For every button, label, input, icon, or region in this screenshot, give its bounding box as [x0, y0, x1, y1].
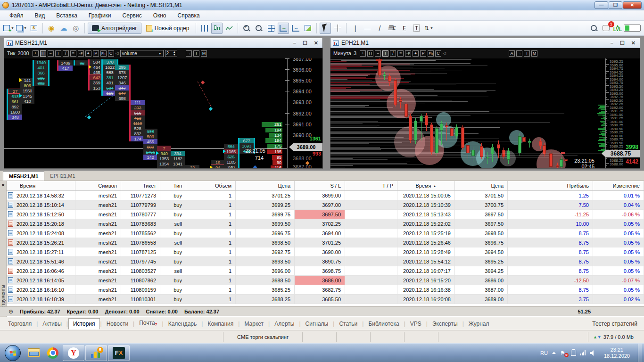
- panel-slider-track[interactable]: [341, 60, 436, 61]
- table-row[interactable]: 2020.12.18 16:18:39mesh21110810301buy136…: [7, 295, 644, 304]
- network-icon[interactable]: [580, 350, 586, 355]
- column-header-2[interactable]: Тикет: [121, 181, 160, 190]
- table-row[interactable]: 2020.12.18 16:16:10mesh21110809159buy136…: [7, 285, 644, 295]
- signal-icon[interactable]: ◎: [70, 23, 82, 34]
- crosshair-button[interactable]: [332, 23, 343, 34]
- panel-button-●[interactable]: ●: [413, 50, 419, 57]
- taskbar-yandex-button[interactable]: Y: [63, 345, 84, 361]
- deposit-icon[interactable]: ◉: [46, 23, 57, 34]
- taskbar-explorer-button[interactable]: [25, 345, 43, 361]
- menu-item-Файл[interactable]: Файл: [4, 11, 29, 20]
- column-header-9[interactable]: Цена: [455, 181, 508, 190]
- clock[interactable]: 23:21 18.12.2020: [600, 347, 634, 359]
- panel-button-≡F[interactable]: ≡F: [78, 50, 84, 57]
- menu-item-Вставка[interactable]: Вставка: [50, 11, 83, 20]
- column-header-7[interactable]: T / P: [345, 181, 397, 190]
- panel-button-C[interactable]: C: [435, 50, 441, 57]
- trendline-button[interactable]: /: [374, 23, 385, 34]
- toolbox-tab-Новости[interactable]: Новости: [102, 319, 132, 329]
- taskbar-metatrader-button[interactable]: 5: [85, 345, 107, 361]
- column-header-11[interactable]: Изменение: [593, 181, 644, 190]
- text-label-button[interactable]: T: [411, 23, 422, 34]
- column-header-4[interactable]: Объем: [186, 181, 236, 190]
- table-row[interactable]: 2020.12.18 15:20:18mesh21110783683sell13…: [7, 219, 644, 229]
- zoom-out-button[interactable]: −: [253, 23, 264, 34]
- cloud-icon[interactable]: ☁: [58, 23, 69, 34]
- tray-expand-icon[interactable]: [552, 352, 556, 354]
- data-window-button[interactable]: $: [28, 23, 40, 34]
- toolbox-close-icon[interactable]: ✕: [0, 182, 6, 188]
- language-indicator[interactable]: RU: [540, 350, 548, 356]
- fibo-button[interactable]: 𝄚E: [386, 23, 397, 34]
- panel-button-I[interactable]: I: [193, 50, 199, 57]
- panel-collapse-icon[interactable]: ◁: [443, 51, 446, 56]
- chart-minimize-icon[interactable]: –: [293, 40, 296, 46]
- zoom-in-button[interactable]: +: [241, 23, 252, 34]
- maximize-button[interactable]: ❐: [609, 1, 622, 9]
- panel-button-−[interactable]: −: [375, 50, 381, 57]
- panel-button-I[interactable]: I: [382, 50, 388, 57]
- panel-button-≡[interactable]: ≡: [70, 50, 76, 57]
- table-row[interactable]: 2020.12.18 15:24:08mesh21110785562buy136…: [7, 229, 644, 238]
- panel-button-Ph[interactable]: Ph: [100, 50, 107, 57]
- toolbox-tab-Журнал[interactable]: Журнал: [464, 319, 494, 329]
- table-row[interactable]: 2020.12.18 15:12:50mesh21110780777buy136…: [7, 210, 644, 219]
- period-spinner[interactable]: 2▲▼: [165, 50, 177, 57]
- menu-item-Вид[interactable]: Вид: [29, 11, 51, 20]
- toolbox-tab-Маркет[interactable]: Маркет: [240, 319, 268, 329]
- new-chart-button[interactable]: ▼: [3, 23, 15, 34]
- cursor-button[interactable]: [320, 23, 331, 34]
- column-header-10[interactable]: Прибыль: [508, 181, 593, 190]
- table-row[interactable]: 2020.12.18 15:10:14mesh21110779799buy136…: [7, 200, 644, 210]
- toolbox-tab-Календарь[interactable]: Календарь: [164, 319, 201, 329]
- toolbox-tab-Активы[interactable]: Активы: [38, 319, 66, 329]
- taskbar-fx-button[interactable]: FX: [108, 345, 130, 361]
- table-row[interactable]: 2020.12.18 16:06:46mesh21110803527sell13…: [7, 266, 644, 276]
- bars-chart-button[interactable]: [199, 23, 210, 34]
- shift-end-button[interactable]: →: [278, 23, 289, 34]
- action-center-icon[interactable]: ⚑✕: [560, 350, 567, 356]
- panel-collapse-icon[interactable]: ◁: [116, 51, 119, 56]
- column-header-8[interactable]: Время▲: [397, 181, 455, 190]
- panel-button-A[interactable]: A: [509, 50, 515, 57]
- toolbox-tab-История[interactable]: История: [68, 318, 100, 329]
- chart-maximize-icon[interactable]: ☐: [620, 40, 625, 46]
- panel-button-→[interactable]: →: [186, 50, 192, 57]
- strategy-tester-label[interactable]: Тестер стратегий: [592, 321, 644, 327]
- menu-item-Графики[interactable]: Графики: [83, 11, 117, 20]
- column-header-1[interactable]: Символ: [75, 181, 121, 190]
- vertical-line-button[interactable]: |: [349, 23, 361, 34]
- panel-button-H[interactable]: H: [367, 50, 373, 57]
- toolbox-tab-Алерты[interactable]: Алерты: [270, 319, 298, 329]
- toolbox-tab-Статьи[interactable]: Статьи: [335, 319, 362, 329]
- table-row[interactable]: 2020.12.18 15:27:11mesh21110787125buy136…: [7, 247, 644, 257]
- chart-template-button[interactable]: [302, 23, 314, 34]
- clipboard-icon[interactable]: [571, 350, 576, 356]
- candlestick-chart-canvas[interactable]: Минута3+H−I/≡≡F●PPhC◁A→IM3695.253695.003…: [330, 48, 640, 168]
- toolbox-tab-Эксперты[interactable]: Эксперты: [428, 319, 462, 329]
- panel-button-M[interactable]: M: [201, 50, 207, 57]
- table-row[interactable]: 2020.12.18 15:51:46mesh21110797745buy136…: [7, 257, 644, 266]
- panel-button-→[interactable]: →: [516, 50, 522, 57]
- horizontal-line-button[interactable]: —: [362, 23, 373, 34]
- panel-button-+[interactable]: +: [33, 50, 39, 57]
- chart-maximize-icon[interactable]: ☐: [303, 40, 307, 46]
- chart-close-icon[interactable]: ✕: [631, 40, 636, 46]
- column-header-3[interactable]: Тип: [160, 181, 186, 190]
- close-button[interactable]: ✕: [623, 1, 642, 9]
- toolbox-tab-Почта[interactable]: Почта7: [135, 318, 161, 329]
- chart-window-titlebar[interactable]: MESH21,M1 – ☐ ✕: [4, 38, 322, 48]
- toolbox-tab-Компания[interactable]: Компания: [203, 319, 238, 329]
- toolbox-tab-Сигналы[interactable]: Сигналы: [301, 319, 333, 329]
- notifications-button[interactable]: 1: [601, 23, 612, 34]
- panel-button-P[interactable]: P: [93, 50, 99, 57]
- panel-button-/[interactable]: /: [63, 50, 69, 57]
- minimize-button[interactable]: —: [594, 1, 608, 9]
- menu-item-Сервис[interactable]: Сервис: [117, 11, 148, 20]
- chart-close-icon[interactable]: ✕: [314, 40, 318, 46]
- panel-button-M[interactable]: M: [531, 50, 537, 57]
- tile-windows-button[interactable]: [265, 23, 277, 34]
- column-header-6[interactable]: S / L: [295, 181, 345, 190]
- panel-button-≡[interactable]: ≡: [397, 50, 404, 57]
- profiles-button[interactable]: ▼: [16, 23, 27, 34]
